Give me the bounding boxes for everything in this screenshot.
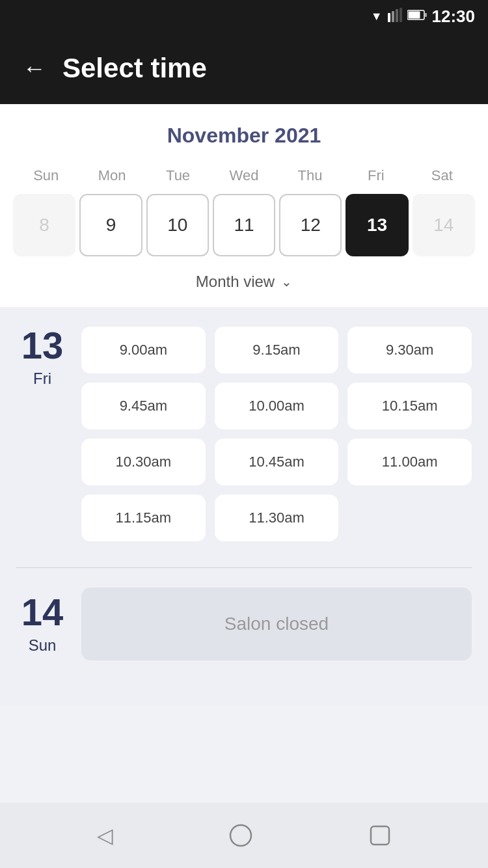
nav-home-icon	[229, 824, 252, 847]
month-title: November 2021	[13, 124, 475, 148]
day-block-14: 14 Sun Salon closed	[16, 588, 472, 660]
header: ← Select time	[0, 33, 488, 104]
day-header-sat: Sat	[409, 164, 475, 187]
salon-closed-label: Salon closed	[81, 588, 472, 660]
time-slot-1115am[interactable]: 11.15am	[81, 495, 206, 541]
date-cell-8[interactable]: 8	[13, 194, 75, 256]
time-grid-wrapper-13: 9.00am 9.15am 9.30am 9.45am 10.00am 10.1…	[81, 327, 472, 541]
date-cell-14[interactable]: 14	[413, 194, 475, 256]
bottom-nav: ◁	[0, 803, 488, 868]
svg-rect-5	[408, 11, 420, 18]
day-header-sun: Sun	[13, 164, 79, 187]
day-name-13: Fri	[33, 370, 51, 388]
day-header-tue: Tue	[145, 164, 211, 187]
date-row: 8 9 10 11 12 13 14	[13, 194, 475, 256]
chevron-down-icon: ⌄	[281, 274, 292, 290]
day-header-wed: Wed	[211, 164, 277, 187]
date-cell-10[interactable]: 10	[146, 194, 209, 256]
svg-rect-0	[388, 13, 390, 22]
time-slot-1100am[interactable]: 11.00am	[347, 439, 472, 485]
time-slot-900am[interactable]: 9.00am	[81, 327, 206, 373]
day-block-13: 13 Fri 9.00am 9.15am 9.30am 9.45am 10.00…	[16, 327, 472, 541]
page-title: Select time	[62, 53, 207, 84]
time-slots-section: 13 Fri 9.00am 9.15am 9.30am 9.45am 10.00…	[0, 307, 488, 706]
status-bar: ▼ 12:30	[0, 0, 488, 33]
month-view-toggle[interactable]: Month view ⌄	[13, 266, 475, 294]
time-slot-930am[interactable]: 9.30am	[347, 327, 472, 373]
day-headers: Sun Mon Tue Wed Thu Fri Sat	[13, 164, 475, 187]
signal-icon	[388, 8, 402, 25]
nav-recent-button[interactable]	[362, 818, 398, 853]
svg-rect-8	[371, 826, 389, 845]
svg-rect-3	[400, 8, 402, 22]
time-slot-915am[interactable]: 9.15am	[215, 327, 339, 373]
divider	[16, 567, 472, 568]
day-block-content-13: 13 Fri 9.00am 9.15am 9.30am 9.45am 10.00…	[16, 327, 472, 541]
time-slot-945am[interactable]: 9.45am	[81, 383, 206, 429]
svg-rect-2	[396, 9, 398, 22]
day-header-fri: Fri	[343, 164, 409, 187]
date-cell-9[interactable]: 9	[79, 194, 142, 256]
time-slot-1130am[interactable]: 11.30am	[215, 495, 339, 541]
status-time: 12:30	[432, 7, 476, 27]
day-number-14: 14	[21, 593, 64, 631]
time-slot-1015am[interactable]: 10.15am	[347, 383, 472, 429]
date-cell-12[interactable]: 12	[279, 194, 342, 256]
svg-point-7	[230, 825, 251, 846]
day-header-thu: Thu	[277, 164, 343, 187]
calendar-section: November 2021 Sun Mon Tue Wed Thu Fri Sa…	[0, 104, 488, 307]
nav-back-button[interactable]: ◁	[90, 817, 120, 854]
svg-rect-6	[425, 13, 427, 17]
day-info-14: 14 Sun	[16, 593, 68, 655]
month-view-label: Month view	[196, 273, 275, 291]
day-info-13: 13 Fri	[16, 327, 68, 388]
day-name-14: Sun	[29, 636, 57, 655]
wifi-icon: ▼	[371, 10, 383, 23]
day-block-content-14: 14 Sun Salon closed	[16, 588, 472, 660]
time-slot-1045am[interactable]: 10.45am	[215, 439, 339, 485]
back-button[interactable]: ←	[20, 53, 49, 83]
time-slot-1030am[interactable]: 10.30am	[81, 439, 206, 485]
time-grid-13: 9.00am 9.15am 9.30am 9.45am 10.00am 10.1…	[81, 327, 472, 541]
status-icons: ▼ 12:30	[371, 7, 475, 27]
back-icon: ←	[23, 55, 46, 81]
date-cell-13[interactable]: 13	[346, 194, 408, 256]
date-cell-11[interactable]: 11	[213, 194, 275, 256]
nav-home-button[interactable]	[223, 817, 259, 854]
nav-back-icon: ◁	[97, 823, 113, 848]
nav-recent-icon	[369, 824, 391, 847]
day-number-13: 13	[21, 327, 64, 364]
svg-rect-1	[392, 11, 394, 22]
time-slot-1000am[interactable]: 10.00am	[215, 383, 339, 429]
day-header-mon: Mon	[79, 164, 144, 187]
battery-icon	[407, 9, 427, 24]
